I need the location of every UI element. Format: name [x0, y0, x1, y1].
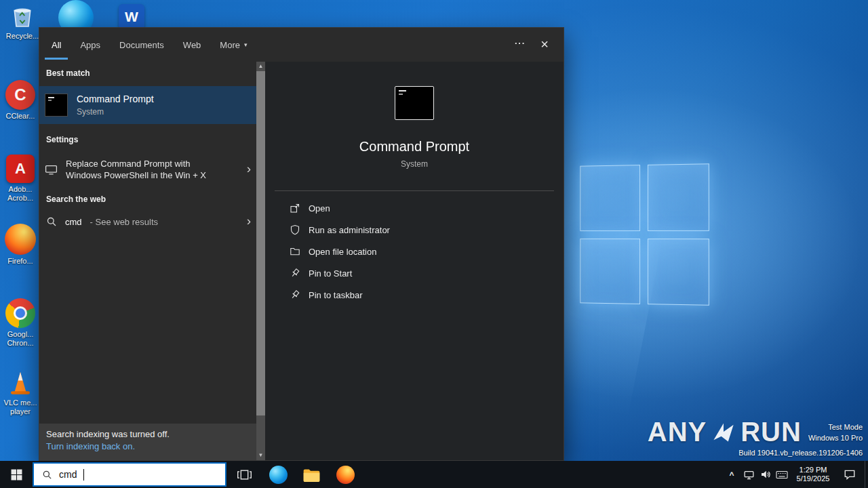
desktop-icon-word[interactable]: W	[113, 4, 151, 30]
tab-all-label: All	[52, 40, 61, 50]
windows-logo-pane	[647, 163, 709, 230]
recycle-bin-icon	[9, 3, 36, 30]
action-label: Open file location	[309, 247, 376, 257]
watermark-build: Build 19041.vb_release.191206-1406	[648, 449, 863, 457]
tab-all[interactable]: All	[50, 28, 62, 62]
indexing-link[interactable]: Turn indexing back on.	[46, 441, 135, 451]
tab-apps[interactable]: Apps	[79, 28, 102, 62]
hidden-icons-chevron[interactable]: ^	[726, 461, 738, 488]
network-tray-button[interactable]	[741, 461, 757, 488]
action-pin-to-taskbar[interactable]: Pin to taskbar	[265, 284, 564, 306]
action-run-as-administrator[interactable]: Run as administrator	[265, 219, 564, 241]
vlc-icon	[7, 368, 34, 396]
result-web-search[interactable]: cmd - See web results ›	[39, 209, 256, 234]
scroll-down-arrow[interactable]: ▼	[256, 451, 265, 460]
result-replace-cmd-setting[interactable]: Replace Command Prompt with Windows Powe…	[39, 150, 256, 189]
desktop-icon-label: Adob...	[1, 185, 39, 194]
preview-subtitle: System	[265, 159, 564, 169]
start-button[interactable]	[0, 461, 33, 488]
brand-any: ANY	[648, 417, 707, 447]
taskbar-clock[interactable]: 1:29 PM 5/19/2025	[792, 461, 834, 488]
volume-tray-button[interactable]	[757, 461, 774, 488]
file-explorer-icon	[302, 466, 321, 483]
setting-line-2: Windows PowerShell in the Win + X	[66, 169, 206, 181]
settings-window-icon	[45, 164, 58, 176]
chevron-down-icon: ▾	[244, 41, 248, 48]
anyrun-brand: ANY RUN	[648, 417, 802, 447]
section-header-web: Search the web	[46, 195, 106, 204]
firefox-icon	[336, 466, 355, 484]
web-suffix: - See web results	[90, 217, 158, 227]
watermark-mode-lines: Test Mode Windows 10 Pro	[808, 422, 863, 443]
search-icon	[42, 470, 52, 480]
show-desktop-button[interactable]	[865, 461, 868, 488]
task-view-icon	[237, 468, 252, 481]
touch-keyboard-tray-button[interactable]	[774, 461, 790, 488]
firefox-icon	[5, 224, 36, 255]
action-pin-to-start[interactable]: Pin to Start	[265, 262, 564, 284]
action-center-button[interactable]	[840, 461, 860, 488]
more-options-button[interactable]: ···	[515, 38, 526, 48]
indexing-footer: Search indexing was turned off. Turn ind…	[39, 424, 256, 460]
preview-title: Command Prompt	[265, 139, 564, 155]
taskbar-search-input[interactable]: cmd	[33, 462, 226, 487]
scrollbar[interactable]: ▲ ▼	[256, 62, 265, 460]
edge-taskbar-button[interactable]	[263, 461, 293, 488]
firefox-taskbar-button[interactable]	[330, 461, 360, 488]
desktop-icon-label: VLC me...	[1, 399, 39, 407]
result-command-prompt[interactable]: Command Prompt System	[39, 86, 256, 124]
clock-time: 1:29 PM	[800, 466, 827, 474]
wallpaper-windows-logo	[580, 163, 709, 306]
indexing-message: Search indexing was turned off.	[46, 429, 256, 439]
action-open[interactable]: Open	[265, 197, 564, 219]
close-button[interactable]: ×	[535, 35, 554, 54]
open-icon	[290, 203, 300, 214]
search-tabs: All Apps Documents Web More ▾	[50, 28, 249, 62]
preview-actions: Open Run as administrator	[265, 197, 564, 306]
windows-logo-pane	[580, 165, 639, 230]
tab-more[interactable]: More ▾	[218, 28, 248, 62]
web-query: cmd	[65, 217, 82, 227]
pin-to-taskbar-icon	[290, 289, 300, 300]
acrobat-icon: A	[6, 155, 35, 183]
setting-line-1: Replace Command Prompt with	[66, 158, 206, 169]
desktop-icon-vlc[interactable]: VLC me... player	[1, 368, 39, 416]
desktop-icon-label: Chron...	[1, 339, 39, 348]
result-text: Replace Command Prompt with Windows Powe…	[66, 158, 206, 181]
desktop-icon-label: player	[1, 407, 39, 416]
windows-start-icon	[11, 469, 22, 481]
task-view-button[interactable]	[229, 461, 259, 488]
desktop-icon-label: Recycle...	[3, 32, 41, 41]
chevron-right-icon: ›	[247, 161, 251, 176]
tab-web-label: Web	[183, 40, 201, 50]
result-text: Command Prompt System	[77, 94, 154, 117]
watermark-edition: Windows 10 Pro	[808, 432, 863, 443]
windows-logo-pane	[580, 238, 639, 304]
desktop-icon-acrobat[interactable]: A Adob... Acrob...	[1, 155, 39, 203]
ccleaner-icon: C	[5, 80, 35, 110]
desktop-icon-firefox[interactable]: Firefo...	[1, 224, 39, 266]
action-label: Run as administrator	[309, 225, 390, 235]
action-open-file-location[interactable]: Open file location	[265, 241, 564, 262]
search-input-value: cmd	[59, 469, 77, 480]
ccleaner-letter: C	[14, 85, 26, 104]
section-header-best-match: Best match	[46, 68, 90, 78]
scrollbar-thumb[interactable]	[256, 71, 265, 415]
desktop-icon-ccleaner[interactable]: C CClear...	[1, 80, 39, 121]
desktop-icon-recycle-bin[interactable]: Recycle...	[3, 3, 41, 41]
network-icon	[743, 469, 755, 481]
tab-apps-label: Apps	[80, 40, 100, 50]
run-as-admin-icon	[290, 224, 300, 235]
tab-documents[interactable]: Documents	[118, 28, 165, 62]
divider	[275, 190, 554, 191]
command-prompt-icon	[45, 94, 68, 117]
file-explorer-button[interactable]	[296, 461, 326, 488]
desktop-icon-chrome[interactable]: Googl... Chron...	[1, 298, 39, 348]
taskbar: cmd ^	[0, 461, 868, 488]
text-cursor	[83, 469, 84, 481]
pin-to-start-icon	[290, 268, 300, 279]
desktop: Recycle... W C CClear... A Adob... Acrob…	[0, 0, 868, 488]
scroll-up-arrow[interactable]: ▲	[256, 62, 265, 71]
tab-web[interactable]: Web	[182, 28, 203, 62]
preview-pane: Command Prompt System Open	[265, 62, 564, 460]
